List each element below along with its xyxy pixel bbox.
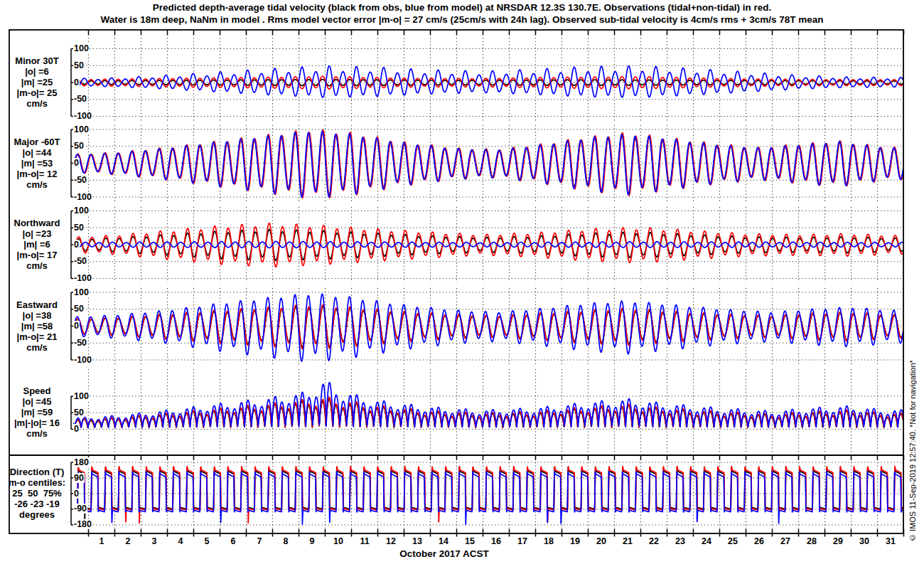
panel-label-line: Minor 30T xyxy=(4,55,70,66)
panel-label-line: m-o centiles: xyxy=(4,477,70,488)
y-tick-label: 50 xyxy=(73,408,85,418)
y-tick-label: 0 xyxy=(73,240,80,250)
panel-label-line: |o| =6 xyxy=(4,66,70,77)
panel-label-line: |m| =25 xyxy=(4,77,70,87)
x-axis-title: October 2017 ACST xyxy=(0,548,888,559)
x-tick-label: 23 xyxy=(670,536,691,546)
x-tick-label: 1 xyxy=(91,536,112,546)
y-tick-label: -100 xyxy=(73,111,92,121)
x-tick-label: 8 xyxy=(275,536,296,546)
y-tick-label: 100 xyxy=(73,43,90,53)
x-tick-label: 2 xyxy=(117,536,139,546)
y-tick-label: -100 xyxy=(73,192,92,202)
x-tick-label: 3 xyxy=(144,536,165,546)
panel-label-line: cm/s xyxy=(4,98,70,109)
x-tick-label: 24 xyxy=(696,536,717,546)
y-tick-label: -50 xyxy=(73,338,87,348)
x-tick-label: 11 xyxy=(354,536,375,546)
y-tick-label: 90 xyxy=(73,473,85,483)
panel-label-line: Speed xyxy=(4,385,70,396)
panel-label-minor: Minor 30T|o| =6|m| =25|m-o|= 25cm/s xyxy=(4,55,70,109)
x-tick-label: 26 xyxy=(748,536,770,546)
x-tick-label: 21 xyxy=(617,536,638,546)
watermark: © IMOS 11-Sep-2019 12:57:40. *Not for na… xyxy=(908,275,917,542)
panel-label-line: Direction (T) xyxy=(4,467,70,477)
panel-label-line: |m| =53 xyxy=(4,158,70,169)
y-tick-label: 0 xyxy=(73,158,80,168)
y-tick-label: -50 xyxy=(73,94,87,104)
x-tick-label: 14 xyxy=(433,536,454,546)
y-tick-label: -90 xyxy=(73,504,87,514)
x-tick-label: 6 xyxy=(222,536,244,546)
x-tick-label: 25 xyxy=(722,536,743,546)
x-tick-label: 9 xyxy=(301,536,323,546)
x-tick-label: 4 xyxy=(170,536,191,546)
panel-label-line: 25 50 75% xyxy=(4,488,70,499)
panel-label-major: Major -60T|o| =44|m| =53|m-o|= 12cm/s xyxy=(4,137,70,190)
x-tick-label: 17 xyxy=(512,536,533,546)
y-tick-label: -100 xyxy=(73,273,92,283)
tidal-velocity-figure: Predicted depth-average tidal velocity (… xyxy=(0,0,924,569)
y-tick-label: 100 xyxy=(73,391,90,401)
x-tick-label: 29 xyxy=(827,536,849,546)
panel-label-line: |o| =45 xyxy=(4,396,70,407)
y-tick-label: -180 xyxy=(73,519,92,529)
y-tick-label: -100 xyxy=(73,355,92,365)
x-tick-label: 19 xyxy=(564,536,586,546)
x-tick-label: 5 xyxy=(196,536,217,546)
panel-label-line: |m-o|= 12 xyxy=(4,169,70,179)
x-tick-label: 30 xyxy=(854,536,875,546)
series-obs-total-line xyxy=(73,129,903,198)
panel-label-direction: Direction (T)m-o centiles:25 50 75%-26 -… xyxy=(4,467,70,520)
y-tick-label: 0 xyxy=(73,489,80,499)
x-tick-label: 15 xyxy=(459,536,480,546)
y-tick-label: 50 xyxy=(73,60,85,70)
y-tick-label: 0 xyxy=(73,321,80,331)
panel-label-line: cm/s xyxy=(4,428,70,439)
x-tick-label: 7 xyxy=(249,536,270,546)
panel-label-line: |m| =59 xyxy=(4,407,70,418)
y-tick-label: 50 xyxy=(73,304,85,314)
y-tick-label: 0 xyxy=(73,424,80,434)
panel-label-line: |m|-|o|= 16 xyxy=(4,418,70,428)
panel-label-line: cm/s xyxy=(4,342,70,353)
x-tick-label: 18 xyxy=(538,536,559,546)
plot-canvas xyxy=(0,0,924,569)
panel-label-line: degrees xyxy=(4,509,70,520)
y-tick-label: 100 xyxy=(73,287,90,297)
x-tick-label: 22 xyxy=(643,536,665,546)
y-tick-label: -50 xyxy=(73,175,87,185)
panel-label-line: |o| =44 xyxy=(4,147,70,158)
y-tick-label: -50 xyxy=(73,256,87,266)
panel-label-line: |m| =58 xyxy=(4,321,70,331)
panel-label-line: |m-o|= 21 xyxy=(4,331,70,342)
x-tick-label: 31 xyxy=(880,536,901,546)
panel-label-line: |o| =38 xyxy=(4,310,70,321)
panel-label-line: cm/s xyxy=(4,260,70,271)
panel-label-line: |m| =6 xyxy=(4,239,70,250)
y-tick-label: 100 xyxy=(73,124,90,134)
x-tick-label: 13 xyxy=(407,536,428,546)
y-tick-label: 180 xyxy=(73,457,90,467)
x-tick-label: 27 xyxy=(775,536,796,546)
panel-label-line: |m-o|= 17 xyxy=(4,250,70,260)
y-tick-label: 50 xyxy=(73,223,85,233)
panel-label-line: cm/s xyxy=(4,179,70,190)
panel-label-line: |m-o|= 25 xyxy=(4,87,70,98)
y-tick-label: 100 xyxy=(73,206,90,216)
panel-label-line: Major -60T xyxy=(4,137,70,147)
x-tick-label: 12 xyxy=(380,536,402,546)
series-model-line xyxy=(73,131,903,197)
panel-label-line: Northward xyxy=(4,218,70,228)
x-tick-label: 20 xyxy=(591,536,612,546)
series-model-line xyxy=(73,294,903,361)
x-tick-label: 28 xyxy=(801,536,822,546)
x-tick-label: 16 xyxy=(485,536,507,546)
series-obs-tidal-line xyxy=(73,132,903,196)
panel-label-northward: Northward|o| =23|m| =6|m-o|= 17cm/s xyxy=(4,218,70,271)
panel-label-line: |o| =23 xyxy=(4,228,70,239)
panel-label-line: Eastward xyxy=(4,299,70,310)
panel-label-line: -26 -23 -19 xyxy=(4,499,70,509)
y-tick-label: 0 xyxy=(73,78,80,87)
panel-label-speed: Speed|o| =45|m| =59|m|-|o|= 16cm/s xyxy=(4,385,70,439)
